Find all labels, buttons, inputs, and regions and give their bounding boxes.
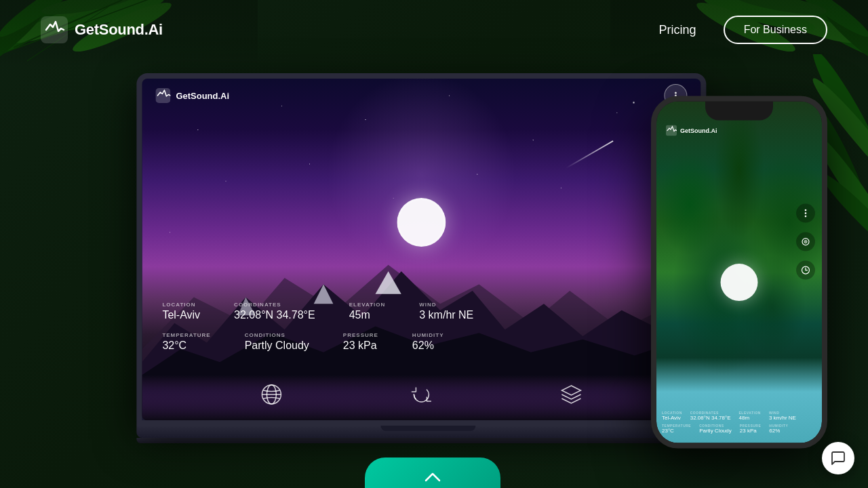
pressure-value: 23 kPa (343, 340, 378, 352)
phone-elevation-value: 48m (739, 415, 761, 421)
play-button[interactable] (397, 198, 446, 247)
phone-weather-row-2: TEMPERATURE 23°C CONDITIONS Partly Cloud… (662, 424, 816, 434)
phone-location-value: Tel-Aviv (662, 415, 682, 421)
app-logo-text: GetSound.Ai (176, 91, 229, 101)
elevation-value: 45m (349, 309, 386, 321)
app-header: GetSound.Ai (142, 79, 701, 113)
weather-elevation: ELEVATION 45m (349, 302, 386, 321)
laptop-app-screen: GetSound.Ai LOCATION (142, 79, 701, 420)
wind-value: 3 km/hr NE (419, 309, 473, 321)
weather-coordinates: COORDINATES 32.08°N 34.78°E (234, 302, 315, 321)
phone-app-header: GetSound.Ai (656, 125, 822, 136)
phone-weather-info: LOCATION Tel-Aviv COORDINATES 32.08°N 34… (662, 411, 816, 436)
laptop-screen: GetSound.Ai LOCATION (136, 73, 706, 426)
phone-logo-text: GetSound.Ai (680, 127, 717, 134)
get-started-button[interactable] (365, 458, 500, 488)
phone-temperature-value: 23°C (662, 428, 691, 434)
phone-pressure-value: 23 kPa (740, 428, 762, 434)
svg-point-40 (805, 241, 806, 243)
phone-coordinates-value: 32.08°N 34.78°E (690, 415, 731, 421)
phone-weather-conditions: CONDITIONS Partly Cloudy (699, 424, 732, 434)
logo-area: GetSound.Ai (41, 16, 163, 43)
wind-label: WIND (419, 302, 473, 308)
app-logo-icon (155, 88, 170, 103)
phone-weather-pressure: PRESSURE 23 kPa (740, 424, 762, 434)
phone-mockup: GetSound.Ai (651, 96, 827, 449)
sync-icon-button[interactable] (409, 382, 433, 407)
phone-play-button[interactable] (721, 264, 758, 301)
phone-conditions-value: Partly Cloudy (699, 428, 732, 434)
phone-weather-temperature: TEMPERATURE 23°C (662, 424, 691, 434)
conditions-label: CONDITIONS (245, 332, 309, 338)
phone-humidity-value: 62% (769, 428, 788, 434)
phone-weather-wind: WIND 3 km/hr NE (769, 411, 796, 421)
laptop-hinge (380, 426, 475, 431)
chat-bubble-button[interactable] (822, 442, 854, 474)
svg-point-37 (805, 216, 807, 218)
location-label: LOCATION (162, 302, 200, 308)
navbar: GetSound.Ai Pricing For Business (0, 0, 868, 60)
globe-icon-button[interactable] (259, 382, 283, 407)
weather-info: LOCATION Tel-Aviv COORDINATES 32.08°N 34… (162, 302, 680, 363)
app-logo: GetSound.Ai (155, 88, 229, 103)
app-bottom-icons (142, 382, 701, 407)
humidity-value: 62% (412, 340, 444, 352)
phone-wind-value: 3 km/hr NE (769, 415, 796, 421)
phone-weather-row-1: LOCATION Tel-Aviv COORDINATES 32.08°N 34… (662, 411, 816, 421)
phone-screen-outer: GetSound.Ai (651, 96, 827, 449)
svg-marker-33 (562, 386, 581, 395)
svg-point-27 (675, 92, 677, 94)
phone-app-screen: GetSound.Ai (656, 102, 822, 443)
location-value: Tel-Aviv (162, 309, 200, 321)
nav-links: Pricing For Business (659, 16, 827, 44)
weather-location: LOCATION Tel-Aviv (162, 302, 200, 321)
logo-icon (41, 16, 68, 43)
phone-weather-humidity: HUMIDITY 62% (769, 424, 788, 434)
laptop-foot (136, 438, 719, 443)
pressure-label: PRESSURE (343, 332, 378, 338)
temperature-label: TEMPERATURE (162, 332, 210, 338)
phone-notch (705, 102, 773, 121)
weather-humidity: HUMIDITY 62% (412, 332, 444, 352)
phone-logo-icon (666, 125, 677, 136)
phone-weather-location: LOCATION Tel-Aviv (662, 411, 682, 421)
phone-clock-icon[interactable] (796, 261, 815, 280)
weather-wind: WIND 3 km/hr NE (419, 302, 473, 321)
svg-point-35 (805, 209, 807, 211)
weather-temperature: TEMPERATURE 32°C (162, 332, 210, 352)
weather-row-2: TEMPERATURE 32°C CONDITIONS Partly Cloud… (162, 332, 680, 352)
weather-row-1: LOCATION Tel-Aviv COORDINATES 32.08°N 34… (162, 302, 680, 321)
temperature-value: 32°C (162, 340, 210, 352)
layers-icon-button[interactable] (559, 382, 584, 407)
phone-side-icons (796, 204, 815, 280)
phone-menu-icon[interactable] (796, 204, 815, 223)
phone-camera-icon[interactable] (796, 232, 815, 251)
laptop-base (136, 426, 719, 438)
nav-pricing-link[interactable]: Pricing (659, 23, 696, 37)
chat-icon (830, 450, 846, 466)
laptop-mockup: GetSound.Ai LOCATION (136, 73, 719, 453)
weather-conditions: CONDITIONS Partly Cloudy (245, 332, 309, 352)
coordinates-label: COORDINATES (234, 302, 315, 308)
phone-weather-coordinates: COORDINATES 32.08°N 34.78°E (690, 411, 731, 421)
phone-logo: GetSound.Ai (666, 125, 717, 136)
logo-text: GetSound.Ai (75, 21, 163, 39)
coordinates-value: 32.08°N 34.78°E (234, 309, 315, 321)
for-business-button[interactable]: For Business (724, 16, 827, 44)
phone-weather-elevation: ELEVATION 48m (739, 411, 761, 421)
chevron-up-icon (425, 472, 441, 482)
humidity-label: HUMIDITY (412, 332, 444, 338)
cta-area (365, 458, 500, 488)
elevation-label: ELEVATION (349, 302, 386, 308)
svg-point-36 (805, 212, 807, 214)
conditions-value: Partly Cloudy (245, 340, 309, 352)
weather-pressure: PRESSURE 23 kPa (343, 332, 378, 352)
